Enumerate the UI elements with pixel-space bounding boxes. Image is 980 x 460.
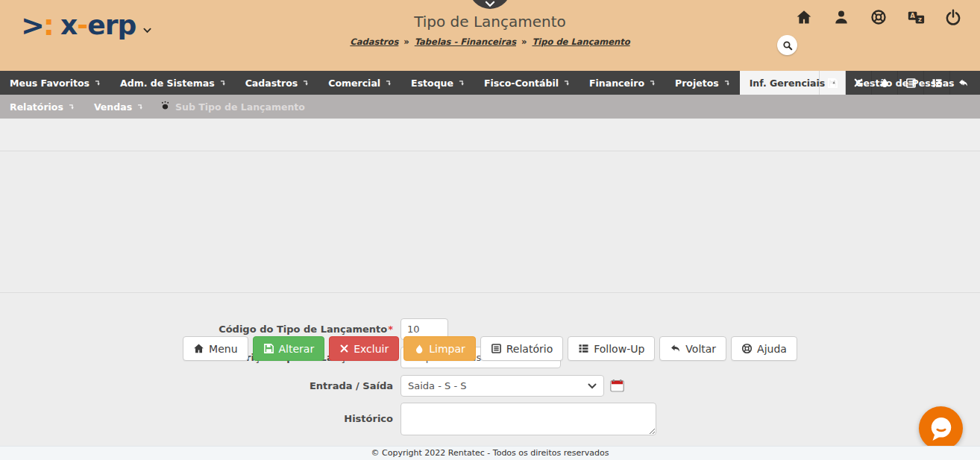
footer: © Copyright 2022 Rentatec - Todos os dir…: [0, 446, 980, 460]
menu-arrow-icon: [219, 79, 226, 86]
report-icon[interactable]: [897, 71, 923, 95]
menu-arrow-icon: [384, 79, 392, 86]
calendar-icon[interactable]: [610, 379, 624, 392]
breadcrumb-link[interactable]: Tipo de Lançamento: [532, 37, 629, 47]
undo-icon: [670, 343, 681, 354]
clean-eraser-icon: [414, 344, 424, 354]
app-header: >: x-erp Tipo de Lançamento Cadastros » …: [0, 0, 980, 71]
menu-arrow-icon: [136, 103, 143, 110]
nav-item-fisco-contabil[interactable]: Fisco-Contábil: [474, 71, 579, 95]
sub-navbar: Relatórios Vendas Sub Tipo de Lançamento: [0, 95, 980, 119]
main-navbar: Meus Favoritos Adm. de Sistemas Cadastro…: [0, 71, 980, 95]
breadcrumb-separator: »: [521, 37, 527, 47]
follow-up-button[interactable]: Follow-Up: [568, 336, 655, 361]
menu-arrow-icon: [562, 79, 570, 86]
power-icon[interactable]: [944, 8, 962, 26]
nav-item-financeiro[interactable]: Financeiro: [579, 71, 665, 95]
menu-arrow-icon: [67, 103, 75, 110]
nav-item-meus-favoritos[interactable]: Meus Favoritos: [0, 71, 110, 95]
historico-textarea[interactable]: [401, 403, 656, 435]
chat-bubble-icon: [924, 412, 958, 446]
menu-button[interactable]: Menu: [183, 336, 248, 361]
save-icon[interactable]: [819, 71, 845, 95]
breadcrumb-separator: »: [403, 37, 409, 47]
excluir-button[interactable]: Excluir: [329, 336, 399, 361]
nav-item-adm-de-sistemas[interactable]: Adm. de Sistemas: [110, 71, 236, 95]
menu-arrow-icon: [723, 79, 730, 86]
nav-item-comercial[interactable]: Comercial: [318, 71, 401, 95]
breadcrumb-link[interactable]: Tabelas - Financeiras: [415, 37, 516, 47]
user-icon[interactable]: [832, 8, 850, 26]
translate-icon[interactable]: [907, 8, 925, 26]
action-button-row: Menu Alterar Excluir Limpar Relatório Fo…: [0, 336, 980, 361]
paw-icon: [160, 101, 170, 113]
grid-icon: [578, 343, 589, 354]
clean-eraser-icon[interactable]: [871, 71, 897, 95]
header-icon-bar: [795, 8, 962, 26]
home-icon[interactable]: [795, 8, 813, 26]
page: >: x-erp Tipo de Lançamento Cadastros » …: [0, 0, 980, 460]
entrada-saida-select[interactable]: Saida - S - S: [401, 375, 604, 397]
help-lifering-icon[interactable]: [870, 8, 888, 26]
menu-arrow-icon: [301, 79, 309, 86]
chevron-down-icon: [588, 383, 597, 389]
menu-arrow-icon: [457, 79, 465, 86]
nav-item-cadastros[interactable]: Cadastros: [236, 71, 319, 95]
menu-arrow-icon: [93, 79, 101, 86]
help-lifering-icon: [741, 343, 753, 354]
voltar-button[interactable]: Voltar: [659, 336, 726, 361]
grid-icon[interactable]: [923, 71, 949, 95]
breadcrumb: Cadastros » Tabelas - Financeiras » Tipo…: [0, 37, 980, 47]
close-icon: [339, 344, 349, 353]
save-icon: [263, 343, 274, 354]
relatorio-button[interactable]: Relatório: [480, 336, 563, 361]
nav-item-projetos[interactable]: Projetos: [665, 71, 740, 95]
limpar-button[interactable]: Limpar: [403, 336, 476, 361]
nav-item-estoque[interactable]: Estoque: [401, 71, 474, 95]
filter-bar: Tipo de Lançamento Despesas Fixas - 10 -…: [0, 119, 980, 151]
header-collapse-toggle[interactable]: [469, 0, 511, 9]
menu-arrow-icon: [648, 79, 656, 86]
nav-action-icons: [819, 71, 976, 95]
breadcrumb-link[interactable]: Cadastros: [350, 37, 398, 47]
close-icon[interactable]: [845, 71, 871, 95]
historico-label: Histórico: [0, 403, 393, 435]
required-mark: *: [388, 324, 393, 335]
search-button[interactable]: [777, 35, 797, 55]
subnav-item-sub-tipo-de-lancamento[interactable]: Sub Tipo de Lançamento: [153, 95, 312, 119]
chevron-down-icon: [484, 1, 496, 7]
undo-icon[interactable]: [949, 71, 976, 95]
search-icon: [782, 40, 793, 51]
nav-item-producao[interactable]: Produção: [976, 71, 980, 95]
home-icon: [193, 343, 204, 354]
report-icon: [491, 343, 502, 354]
chat-fab-button[interactable]: [919, 406, 963, 450]
entrada-saida-label: Entrada / Saída: [0, 375, 393, 397]
record-form: Código do Tipo de Lançamento* Descrição …: [0, 151, 980, 293]
alterar-button[interactable]: Alterar: [253, 336, 325, 361]
subnav-item-vendas[interactable]: Vendas: [84, 95, 153, 119]
subnav-item-relatorios[interactable]: Relatórios: [0, 95, 84, 119]
ajuda-button[interactable]: Ajuda: [731, 336, 797, 361]
